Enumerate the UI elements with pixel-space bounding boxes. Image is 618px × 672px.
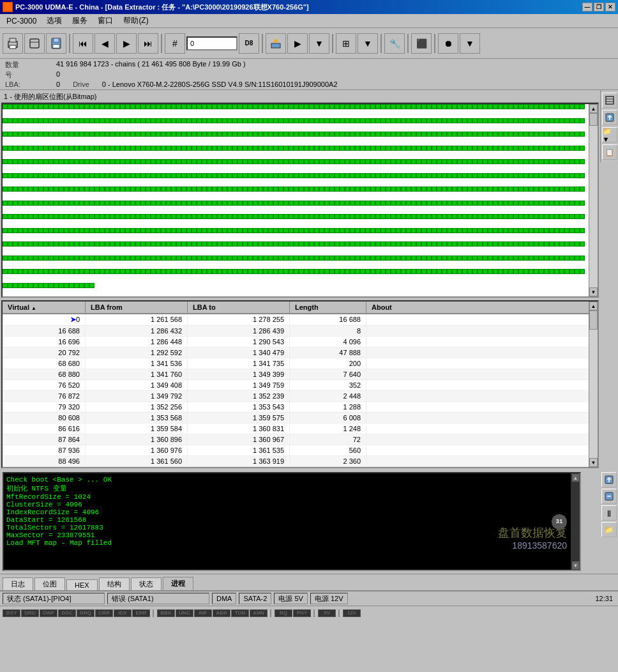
bitmap-cell xyxy=(263,132,268,137)
table-scrollbar[interactable]: ▲ ▼ xyxy=(589,302,598,467)
bitmap-cell xyxy=(28,283,33,288)
bitmap-cell xyxy=(309,214,314,219)
toolbar-btn-stop[interactable]: ⬛ xyxy=(411,33,432,54)
bitmap-cell xyxy=(151,146,156,151)
log-scroll-down[interactable]: ▼ xyxy=(571,561,580,570)
scroll-down-arrow[interactable]: ▼ xyxy=(589,287,598,296)
right-btn-4[interactable]: 📋 xyxy=(602,144,617,160)
menu-help[interactable]: 帮助(Z) xyxy=(118,14,153,27)
table-row[interactable]: 87 9361 360 9761 361 535560 xyxy=(3,445,598,456)
log-scroll-track[interactable] xyxy=(571,482,580,561)
toolbar-btn-hash[interactable]: # xyxy=(165,33,185,54)
right-btn-3[interactable]: 📁▼ xyxy=(602,127,617,142)
toolbar-btn-play[interactable]: ▶ xyxy=(287,33,308,54)
th-lba-from[interactable]: LBA from xyxy=(86,302,188,313)
table-row[interactable]: 87 8641 360 8961 360 96772 xyxy=(3,434,598,445)
scroll-up-arrow[interactable]: ▲ xyxy=(589,104,598,113)
toolbar-btn-prev[interactable]: ◀ xyxy=(94,33,115,54)
right-toolbar: 📁▼ 📋 xyxy=(600,90,618,162)
menu-window[interactable]: 窗口 xyxy=(93,14,118,27)
table-row[interactable]: 68 6801 341 5361 341 735200 xyxy=(3,358,598,369)
log-scrollbar[interactable]: ▲ ▼ xyxy=(571,473,580,570)
table-row[interactable]: 88 4961 361 5601 363 9192 360 xyxy=(3,456,598,467)
table-row[interactable]: 76 8721 349 7921 352 2392 448 xyxy=(3,391,598,402)
table-row[interactable]: 68 8801 341 7601 349 3997 640 xyxy=(3,369,598,380)
bitmap-cell xyxy=(503,132,508,137)
table-row[interactable]: 16 6961 286 4481 290 5434 096 xyxy=(3,337,598,347)
minimize-button[interactable]: — xyxy=(582,3,592,11)
log-btn-1[interactable] xyxy=(601,472,617,487)
toolbar-btn-grid[interactable]: ⊞ xyxy=(336,33,356,54)
tab-hex[interactable]: HEX xyxy=(66,579,98,590)
th-lba-to[interactable]: LBA to xyxy=(188,302,290,313)
bitmap-cell xyxy=(237,201,243,206)
th-length[interactable]: Length xyxy=(290,302,366,313)
table-row[interactable]: 80 6081 353 5681 359 5756 008 xyxy=(3,413,598,424)
bitmap-cell xyxy=(197,269,202,274)
bitmap-cell xyxy=(411,214,416,219)
scroll-thumb[interactable] xyxy=(589,113,598,126)
toolbar-btn-dropdown2[interactable]: ▼ xyxy=(358,33,378,54)
th-virtual[interactable]: Virtual ▲ xyxy=(3,302,86,313)
toolbar-separator-2 xyxy=(161,34,162,53)
table-row[interactable]: 16 6881 286 4321 286 4398 xyxy=(3,326,598,337)
toolbar-btn-next[interactable]: ▶ xyxy=(116,33,137,54)
table-row[interactable]: 20 7921 292 5921 340 47947 888 xyxy=(3,347,598,358)
bitmap-cell xyxy=(478,201,483,206)
table-row[interactable]: 86 6161 359 5841 360 8311 248 xyxy=(3,424,598,434)
th-about[interactable]: About xyxy=(366,302,598,313)
tab-log[interactable]: 日志 xyxy=(3,577,33,590)
bitmap-cell xyxy=(186,241,192,247)
toolbar-btn-dropdown3[interactable]: ▼ xyxy=(460,33,480,54)
table-scroll-thumb[interactable] xyxy=(589,310,598,330)
restore-button[interactable]: ❐ xyxy=(594,3,604,11)
right-btn-2[interactable] xyxy=(602,110,617,125)
bitmap-cell xyxy=(539,159,544,164)
table-scroll-up[interactable]: ▲ xyxy=(589,302,598,310)
bitmap-cell xyxy=(350,256,355,261)
table-scroll-down[interactable]: ▼ xyxy=(589,458,598,467)
toolbar-btn-tools[interactable]: 🔧 xyxy=(384,33,405,54)
bitmap-cell xyxy=(115,256,120,261)
table-row[interactable]: 76 5201 349 4081 349 759352 xyxy=(3,380,598,391)
lba-input[interactable] xyxy=(186,36,237,50)
table-row[interactable]: 79 3201 352 2561 353 5431 288 xyxy=(3,402,598,413)
menu-pc3000[interactable]: PC-3000 xyxy=(1,15,41,27)
bitmap-cell xyxy=(130,173,135,178)
table-row[interactable]: ➤01 261 5681 278 25516 688 xyxy=(3,314,598,326)
close-button[interactable]: ✕ xyxy=(605,3,615,11)
bitmap-cell xyxy=(192,132,197,137)
svg-rect-10 xyxy=(606,96,614,104)
toolbar-btn-record[interactable]: ⏺ xyxy=(438,33,458,54)
toolbar-btn-2[interactable] xyxy=(24,33,45,54)
bitmap-scrollbar[interactable]: ▲ ▼ xyxy=(589,104,598,296)
log-btn-4[interactable]: 📁 xyxy=(601,522,617,537)
tab-structure[interactable]: 结构 xyxy=(99,577,130,590)
menu-service[interactable]: 服务 xyxy=(67,14,93,27)
toolbar-btn-dropdown1[interactable]: ▼ xyxy=(309,33,329,54)
bitmap-cell xyxy=(263,228,268,233)
table-scroll-track[interactable] xyxy=(589,310,598,458)
scroll-track[interactable] xyxy=(589,113,598,287)
toolbar-btn-first[interactable]: ⏮ xyxy=(73,33,93,54)
bitmap-cell xyxy=(452,159,457,164)
toolbar-btn-print[interactable] xyxy=(3,33,23,54)
right-btn-1[interactable] xyxy=(602,93,617,108)
log-btn-2[interactable] xyxy=(601,489,617,504)
bitmap-cell xyxy=(457,187,462,192)
log-scroll-up[interactable]: ▲ xyxy=(571,473,580,482)
toolbar-btn-last[interactable]: ⏭ xyxy=(138,33,158,54)
bitmap-cell xyxy=(365,228,370,233)
tab-process[interactable]: 进程 xyxy=(163,577,193,590)
bitmap-cell xyxy=(401,146,406,151)
toolbar-btn-export[interactable] xyxy=(266,33,286,54)
tab-status[interactable]: 状态 xyxy=(131,577,162,590)
log-btn-3[interactable]: || xyxy=(601,505,617,521)
toolbar-btn-save[interactable] xyxy=(46,33,66,54)
td-virtual: 68 680 xyxy=(3,358,86,369)
menu-options[interactable]: 选项 xyxy=(41,14,67,27)
bitmap-cell xyxy=(263,118,268,123)
tab-bitmap[interactable]: 位图 xyxy=(34,577,65,590)
bitmap-cell xyxy=(8,269,13,274)
toolbar-btn-d8[interactable]: D8 xyxy=(239,33,259,54)
